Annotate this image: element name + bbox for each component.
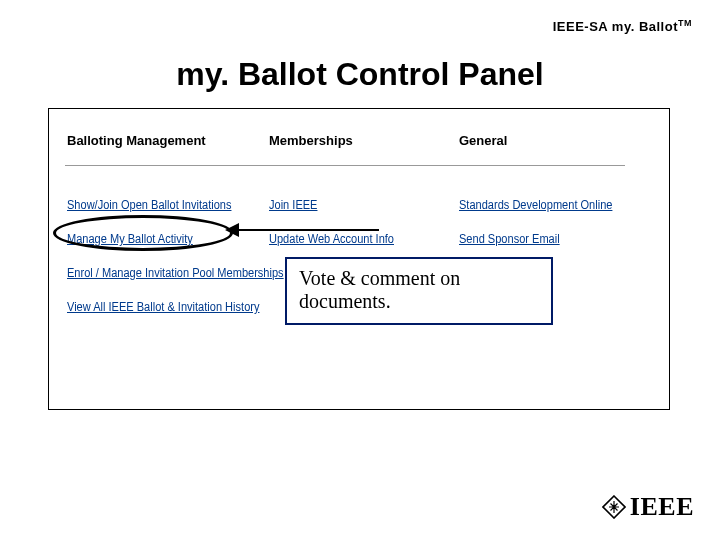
col-balloting-head: Balloting Management: [67, 133, 267, 148]
link-manage-ballot-activity[interactable]: Manage My Ballot Activity: [67, 232, 251, 246]
ieee-logo-text: IEEE: [630, 492, 694, 522]
ieee-logo: IEEE: [602, 492, 694, 522]
link-update-account[interactable]: Update Web Account Info: [269, 232, 453, 246]
divider: [65, 165, 625, 166]
ieee-kite-icon: [602, 495, 626, 519]
link-manage-invitation-pool[interactable]: Enrol / Manage Invitation Pool Membershi…: [67, 266, 251, 280]
annotation-arrow-head: [225, 223, 239, 237]
link-join-ieee[interactable]: Join IEEE: [269, 198, 453, 212]
col-general-head: General: [459, 133, 659, 148]
header-tm: TM: [678, 18, 692, 28]
link-send-sponsor-email[interactable]: Send Sponsor Email: [459, 232, 643, 246]
header-brand-text: IEEE-SA my. Ballot: [553, 19, 678, 34]
link-standards-dev-online[interactable]: Standards Development Online: [459, 198, 643, 212]
page-title: my. Ballot Control Panel: [0, 56, 720, 93]
header-brand: IEEE-SA my. BallotTM: [553, 18, 692, 34]
link-view-all-history[interactable]: View All IEEE Ballot & Invitation Histor…: [67, 300, 251, 314]
annotation-arrow-line: [229, 229, 379, 231]
control-panel: Balloting Management Show/Join Open Ball…: [48, 108, 670, 410]
link-show-join-invitations[interactable]: Show/Join Open Ballot Invitations: [67, 198, 251, 212]
col-general: General Standards Development Online Sen…: [459, 133, 659, 246]
col-memberships-head: Memberships: [269, 133, 469, 148]
annotation-callout: Vote & comment on documents.: [285, 257, 553, 325]
